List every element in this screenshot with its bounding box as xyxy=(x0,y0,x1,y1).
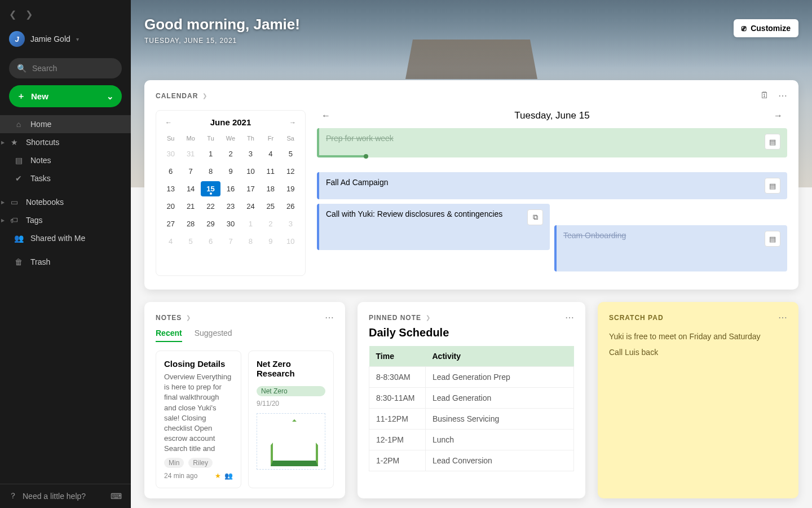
customize-button[interactable]: ⎚ Customize xyxy=(734,19,798,37)
more-icon[interactable]: ⋯ xyxy=(778,312,787,323)
calendar-day[interactable]: 5 xyxy=(281,146,301,161)
calendar-day[interactable]: 26 xyxy=(281,199,301,214)
tag-chip: Net Zero xyxy=(257,386,325,396)
cell-time: 12-1PM xyxy=(369,430,426,450)
calendar-day[interactable]: 7 xyxy=(180,164,200,179)
calendar-day[interactable]: 8 xyxy=(201,164,220,179)
sidebar-item-shared[interactable]: 👥 Shared with Me xyxy=(0,229,131,247)
event-team-onboarding[interactable]: Team Onboarding ▤ xyxy=(554,225,787,271)
more-icon[interactable]: ⋯ xyxy=(778,90,787,101)
sidebar-item-tasks[interactable]: ✔ Tasks xyxy=(0,169,131,187)
calendar-day[interactable]: 27 xyxy=(161,216,180,231)
note-date: 9/11/20 xyxy=(257,400,325,408)
tab-suggested[interactable]: Suggested xyxy=(195,329,232,342)
nav-back-icon[interactable]: ❮ xyxy=(9,9,16,20)
event-call-yuki[interactable]: Call with Yuki: Review disclosures & con… xyxy=(317,204,550,250)
note-tile-closing-details[interactable]: Closing Details Overview Everything is h… xyxy=(156,351,241,488)
open-note-icon[interactable]: ▤ xyxy=(765,178,780,194)
calendar-day[interactable]: 5 xyxy=(180,234,200,249)
more-icon[interactable]: ⋯ xyxy=(565,312,574,323)
note-thumbnail xyxy=(257,413,325,470)
next-month-button[interactable]: → xyxy=(289,119,296,126)
calendar-day[interactable]: 30 xyxy=(161,146,180,161)
calendar-day[interactable]: 19 xyxy=(281,181,301,196)
tag-icon: 🏷 xyxy=(9,216,19,225)
calendar-day[interactable]: 10 xyxy=(241,164,261,179)
calendar-day[interactable]: 30 xyxy=(220,216,240,231)
pinned-widget-title[interactable]: PINNED NOTE xyxy=(369,314,421,322)
keyboard-icon[interactable]: ⌨ xyxy=(111,492,122,501)
scratch-pad-textarea[interactable]: Yuki is free to meet on Friday and Satur… xyxy=(609,329,787,360)
calendar-day[interactable]: 22 xyxy=(201,199,220,214)
notebook-icon: ▭ xyxy=(9,198,19,207)
scratch-line: Call Luis back xyxy=(609,344,787,360)
calendar-day[interactable]: 3 xyxy=(281,216,301,231)
calendar-widget-title[interactable]: CALENDAR xyxy=(156,92,198,100)
calendar-day[interactable]: 25 xyxy=(261,199,280,214)
sidebar-item-shortcuts[interactable]: ▶ ★ Shortcuts xyxy=(0,133,131,151)
nav-forward-icon[interactable]: ❯ xyxy=(25,9,33,20)
sidebar-item-trash[interactable]: 🗑 Trash xyxy=(0,253,131,271)
notes-widget-title[interactable]: NOTES xyxy=(156,314,182,322)
calendar-day[interactable]: 1 xyxy=(201,146,220,161)
calendar-day[interactable]: 12 xyxy=(281,164,301,179)
calendar-day[interactable]: 3 xyxy=(241,146,261,161)
calendar-day[interactable]: 20 xyxy=(161,199,180,214)
calendar-day[interactable]: 18 xyxy=(261,181,280,196)
next-day-button[interactable]: → xyxy=(774,111,783,121)
sidebar-item-notes[interactable]: ▤ Notes xyxy=(0,151,131,169)
prev-month-button[interactable]: ← xyxy=(165,119,172,126)
calendar-day[interactable]: 15 xyxy=(201,181,220,196)
calendar-day[interactable]: 14 xyxy=(180,181,200,196)
calendar-day[interactable]: 29 xyxy=(201,216,220,231)
event-fall-ad-campaign[interactable]: Fall Ad Campaign ▤ xyxy=(317,172,787,199)
caret-right-icon[interactable]: ▶ xyxy=(1,200,5,205)
prev-day-button[interactable]: ← xyxy=(321,111,330,121)
calendar-day[interactable]: 1 xyxy=(241,216,261,231)
calendar-day[interactable]: 28 xyxy=(180,216,200,231)
caret-right-icon[interactable]: ▶ xyxy=(1,218,5,223)
calendar-day[interactable]: 13 xyxy=(161,181,180,196)
more-icon[interactable]: ⋯ xyxy=(325,312,334,323)
sidebar-item-home[interactable]: ⌂ Home xyxy=(0,115,131,133)
calendar-day[interactable]: 6 xyxy=(161,164,180,179)
calendar-day[interactable]: 7 xyxy=(220,234,240,249)
open-note-icon[interactable]: ▤ xyxy=(765,134,780,150)
calendar-day[interactable]: 9 xyxy=(261,234,280,249)
calendar-today-icon[interactable]: 🗓 xyxy=(760,90,769,101)
calendar-day[interactable]: 8 xyxy=(241,234,261,249)
link-note-icon[interactable]: ⧉ xyxy=(527,209,543,225)
event-prep-work-week[interactable]: Prep for work week ▤ xyxy=(317,128,787,157)
new-button-label: New xyxy=(31,91,48,101)
chevron-right-icon: ❯ xyxy=(186,314,191,321)
help-footer[interactable]: ？ Need a little help? ⌨ xyxy=(0,484,131,508)
calendar-day[interactable]: 6 xyxy=(201,234,220,249)
account-switcher[interactable]: J Jamie Gold ▾ xyxy=(9,27,122,51)
note-tile-net-zero[interactable]: Net Zero Research Net Zero 9/11/20 xyxy=(248,351,334,488)
new-button[interactable]: ＋ New ⌄ xyxy=(9,85,122,107)
search-input[interactable]: 🔍 Search xyxy=(9,58,122,78)
calendar-day[interactable]: 2 xyxy=(220,146,240,161)
calendar-day[interactable]: 23 xyxy=(220,199,240,214)
event-title: Call with Yuki: Review disclosures & con… xyxy=(326,209,527,244)
dow-label: Tu xyxy=(201,133,220,144)
calendar-day[interactable]: 21 xyxy=(180,199,200,214)
tab-recent[interactable]: Recent xyxy=(156,329,182,342)
open-note-icon[interactable]: ▤ xyxy=(765,231,780,247)
calendar-day[interactable]: 2 xyxy=(261,216,280,231)
calendar-day[interactable]: 4 xyxy=(161,234,180,249)
calendar-day[interactable]: 17 xyxy=(241,181,261,196)
calendar-day[interactable]: 10 xyxy=(281,234,301,249)
caret-right-icon[interactable]: ▶ xyxy=(1,140,5,145)
chevron-down-icon: ▾ xyxy=(76,36,79,42)
calendar-day[interactable]: 11 xyxy=(261,164,280,179)
table-header-time: Time xyxy=(369,346,426,367)
sidebar-item-notebooks[interactable]: ▶ ▭ Notebooks xyxy=(0,193,131,211)
calendar-day[interactable]: 24 xyxy=(241,199,261,214)
calendar-day[interactable]: 16 xyxy=(220,181,240,196)
calendar-day[interactable]: 31 xyxy=(180,146,200,161)
calendar-day[interactable]: 4 xyxy=(261,146,280,161)
sidebar-item-tags[interactable]: ▶ 🏷 Tags xyxy=(0,211,131,229)
calendar-day[interactable]: 9 xyxy=(220,164,240,179)
cell-time: 11-12PM xyxy=(369,409,426,430)
